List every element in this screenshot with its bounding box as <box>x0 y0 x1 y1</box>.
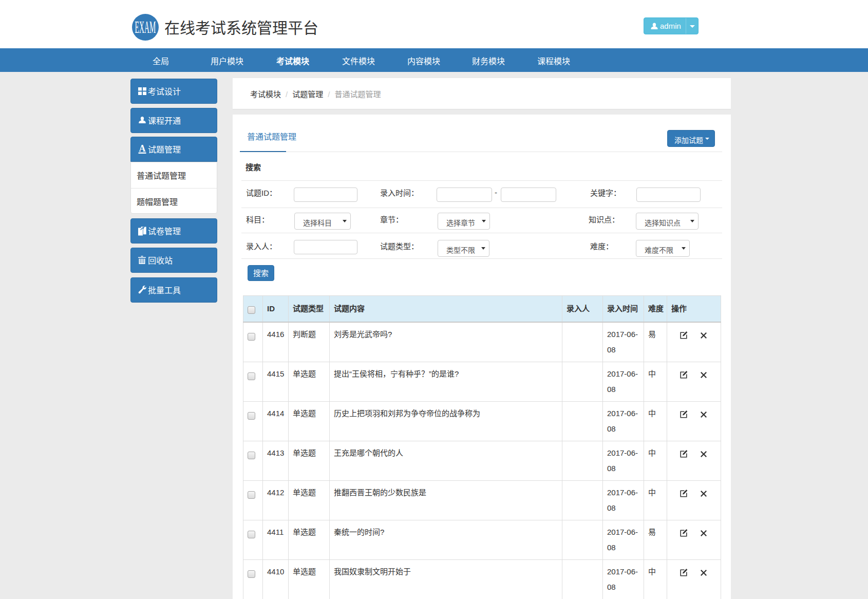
svg-text:A: A <box>139 145 146 154</box>
